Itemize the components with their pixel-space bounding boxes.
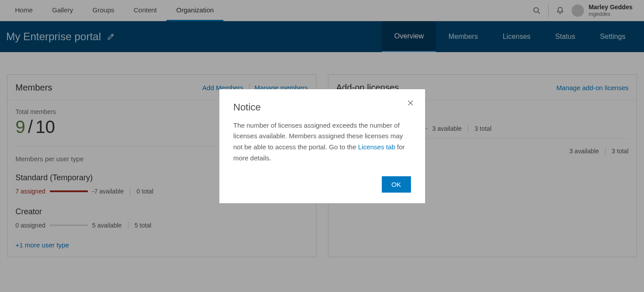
notice-modal: Notice The number of licenses assigned e…	[219, 89, 425, 203]
modal-body: The number of licenses assigned exceeds …	[233, 120, 411, 164]
modal-footer: OK	[233, 176, 411, 193]
modal-overlay[interactable]: Notice The number of licenses assigned e…	[0, 0, 644, 292]
close-icon[interactable]	[407, 99, 414, 107]
licenses-tab-link[interactable]: Licenses tab	[358, 143, 395, 151]
modal-title: Notice	[233, 102, 411, 113]
ok-button[interactable]: OK	[382, 176, 411, 193]
